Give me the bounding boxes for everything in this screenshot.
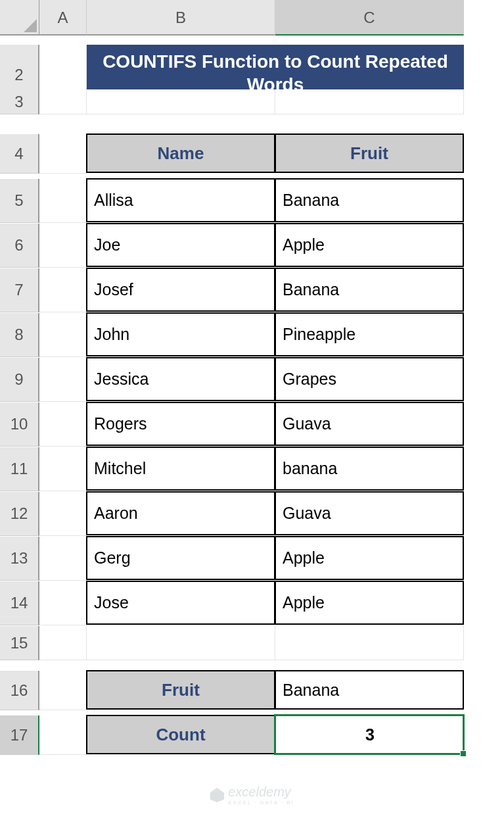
table-cell-name[interactable]: Mitchel: [86, 447, 275, 491]
row-header-14[interactable]: 14: [0, 581, 39, 625]
row-header-10[interactable]: 10: [0, 402, 39, 447]
cell-A6[interactable]: [39, 224, 87, 268]
table-cell-name[interactable]: Aaron: [86, 491, 275, 535]
table-header-name[interactable]: Name: [86, 133, 275, 173]
row-header-15[interactable]: 15: [0, 626, 39, 660]
summary-count-label[interactable]: Count: [86, 715, 275, 754]
row-header-13[interactable]: 13: [0, 537, 39, 581]
row-header-16[interactable]: 16: [0, 671, 39, 710]
table-header-fruit[interactable]: Fruit: [275, 133, 464, 173]
table-cell-name[interactable]: Josef: [86, 268, 275, 312]
row-header-3[interactable]: 3: [0, 89, 39, 114]
cell-C3[interactable]: [275, 89, 464, 114]
cell-A3[interactable]: [39, 89, 87, 114]
cell-A10[interactable]: [39, 402, 87, 447]
cell-A14[interactable]: [39, 581, 87, 625]
table-cell-fruit[interactable]: Guava: [275, 402, 464, 446]
table-cell-fruit[interactable]: banana: [275, 447, 464, 491]
row-header-5[interactable]: 5: [0, 179, 39, 223]
cell-A15[interactable]: [39, 626, 87, 660]
summary-fruit-label[interactable]: Fruit: [86, 670, 275, 710]
summary-count-value[interactable]: 3: [275, 715, 464, 754]
table-cell-fruit[interactable]: Banana: [275, 178, 464, 222]
cell-B3[interactable]: [87, 89, 275, 114]
cell-A8[interactable]: [39, 313, 87, 357]
row-header-7[interactable]: 7: [0, 268, 39, 312]
cell-A12[interactable]: [39, 492, 87, 536]
cell-A16[interactable]: [39, 671, 87, 710]
col-header-B[interactable]: B: [87, 0, 275, 36]
row-header-4[interactable]: 4: [0, 134, 39, 174]
col-header-C[interactable]: C: [275, 0, 464, 36]
cell-A9[interactable]: [39, 358, 87, 402]
table-cell-fruit[interactable]: Grapes: [275, 357, 464, 401]
table-cell-name[interactable]: Joe: [86, 223, 275, 267]
row-header-8[interactable]: 8: [0, 313, 39, 357]
table-cell-fruit[interactable]: Apple: [275, 581, 464, 625]
summary-fruit-value[interactable]: Banana: [275, 670, 464, 710]
cell-A7[interactable]: [39, 268, 87, 312]
svg-marker-0: [24, 19, 37, 32]
row-header-12[interactable]: 12: [0, 492, 39, 536]
row-header-9[interactable]: 9: [0, 358, 39, 402]
table-cell-fruit[interactable]: Pineapple: [275, 312, 464, 356]
count-text: 3: [365, 725, 375, 744]
col-header-A[interactable]: A: [39, 0, 87, 36]
cell-C15[interactable]: [275, 626, 464, 660]
table-cell-name[interactable]: John: [86, 312, 275, 356]
row-header-17[interactable]: 17: [0, 715, 39, 755]
cell-A11[interactable]: [39, 447, 87, 491]
table-cell-fruit[interactable]: Apple: [275, 223, 464, 267]
cell-A5[interactable]: [39, 179, 87, 223]
row-header-11[interactable]: 11: [0, 447, 39, 491]
table-cell-name[interactable]: Rogers: [86, 402, 275, 446]
table-cell-fruit[interactable]: Guava: [275, 491, 464, 535]
cell-B15[interactable]: [87, 626, 275, 660]
table-cell-name[interactable]: Allisa: [86, 178, 275, 222]
cell-A4[interactable]: [39, 134, 87, 174]
table-cell-fruit[interactable]: Banana: [275, 268, 464, 312]
fill-handle[interactable]: [460, 750, 467, 757]
cell-A13[interactable]: [39, 537, 87, 581]
table-cell-fruit[interactable]: Apple: [275, 536, 464, 580]
select-all-corner[interactable]: [0, 0, 39, 36]
table-cell-name[interactable]: Jessica: [86, 357, 275, 401]
row-header-6[interactable]: 6: [0, 224, 39, 268]
table-cell-name[interactable]: Jose: [86, 581, 275, 625]
table-cell-name[interactable]: Gerg: [86, 536, 275, 580]
cell-A17[interactable]: [39, 715, 87, 755]
